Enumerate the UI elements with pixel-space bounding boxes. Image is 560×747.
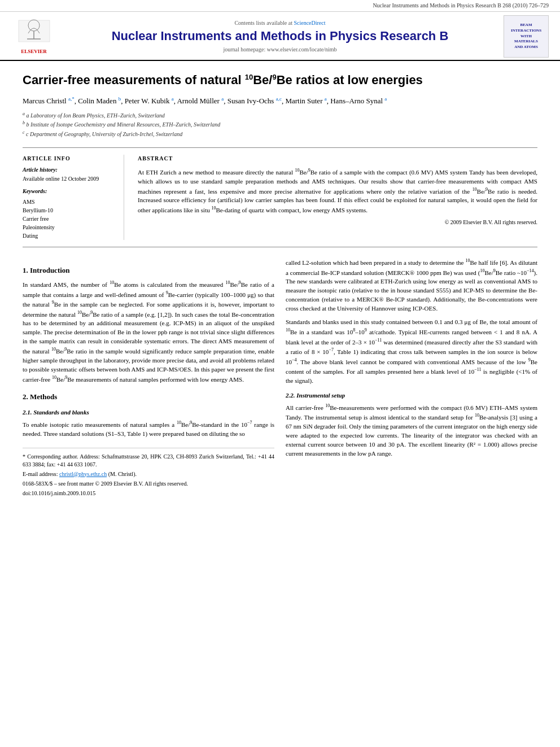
affiliation-b: b b Institute of Isotope Geochemistry an… xyxy=(23,120,537,129)
history-label: Article history: xyxy=(23,166,115,174)
logo-line-4: MATERIALS xyxy=(514,39,538,45)
left-column: 1. Introduction In standard AMS, the num… xyxy=(23,257,274,497)
keyword-paleointensity: Paleointensity xyxy=(23,223,115,231)
contents-line: Contents lists available at ScienceDirec… xyxy=(62,19,498,27)
elsevier-tree-icon xyxy=(16,18,53,47)
available-online: Available online 12 October 2009 xyxy=(23,175,115,183)
article-info-panel: ARTICLE INFO Article history: Available … xyxy=(23,155,124,240)
article-body: Carrier-free measurements of natural 10B… xyxy=(0,61,560,509)
abstract-text: At ETH Zurich a new method to measure di… xyxy=(138,167,537,215)
main-content: 1. Introduction In standard AMS, the num… xyxy=(23,257,537,497)
footnote-star: * Corresponding author. Address: Schafma… xyxy=(23,453,274,469)
logo-line-2: INTERACTIONS xyxy=(511,28,541,34)
keyword-ams: AMS xyxy=(23,198,115,206)
standards-heading: 2.1. Standards and blanks xyxy=(23,408,274,417)
journal-name: Nuclear Instruments and Methods in Physi… xyxy=(62,29,498,43)
logo-line-5: AND ATOMS xyxy=(514,45,538,50)
copyright-line: © 2009 Elsevier B.V. All rights reserved… xyxy=(138,219,537,226)
right-para-2: Standards and blanks used in this study … xyxy=(286,318,537,386)
info-abstract-section: ARTICLE INFO Article history: Available … xyxy=(23,147,537,247)
affiliation-a: a a Laboratory of Ion Beam Physics, ETH–… xyxy=(23,111,537,120)
citation-text: Nuclear Instruments and Methods in Physi… xyxy=(373,2,549,8)
instrumental-paragraph: All carrier-free 10Be-measurements were … xyxy=(286,403,537,458)
standards-paragraph: To enable isotopic ratio measurements of… xyxy=(23,420,274,439)
abstract-section: ABSTRACT At ETH Zurich a new method to m… xyxy=(138,155,537,240)
logo-line-3: WITH xyxy=(520,34,532,40)
email-link[interactable]: christl@phys.ethz.ch xyxy=(59,471,107,477)
beam-interactions-logo: BEAM INTERACTIONS WITH MATERIALS AND ATO… xyxy=(504,15,549,58)
doi-line: doi:10.1016/j.nimb.2009.10.015 xyxy=(23,490,274,498)
issn-line: 0168-583X/$ – see front matter © 2009 El… xyxy=(23,480,274,488)
journal-header: ELSEVIER Contents lists available at Sci… xyxy=(0,12,560,61)
journal-homepage: journal homepage: www.elsevier.com/locat… xyxy=(62,46,498,54)
intro-heading: 1. Introduction xyxy=(23,265,274,276)
email-attribution: (M. Christl). xyxy=(108,471,137,477)
affiliation-c: c c Department of Geography, University … xyxy=(23,129,537,138)
instrumental-heading: 2.2. Instrumental setup xyxy=(286,391,537,400)
abstract-title: ABSTRACT xyxy=(138,155,537,163)
article-title: Carrier-free measurements of natural 10B… xyxy=(23,72,537,89)
contents-text: Contents lists available at xyxy=(234,20,292,26)
keyword-beryllium: Beryllium-10 xyxy=(23,206,115,215)
article-info-title: ARTICLE INFO xyxy=(23,155,115,163)
citation-line: Nuclear Instruments and Methods in Physi… xyxy=(0,0,560,12)
affiliations: a a Laboratory of Ion Beam Physics, ETH–… xyxy=(23,111,537,138)
footnote-email: E-mail address: christl@phys.ethz.ch (M.… xyxy=(23,470,274,478)
elsevier-brand-text: ELSEVIER xyxy=(21,48,47,55)
keywords-label: Keywords: xyxy=(23,187,115,195)
authors-line: Marcus Christl a,*, Colin Maden b, Peter… xyxy=(23,95,537,107)
right-para-1: called L2-solution which had been prepar… xyxy=(286,257,537,313)
keyword-carrier-free: Carrier free xyxy=(23,215,115,223)
page: Nuclear Instruments and Methods in Physi… xyxy=(0,0,560,747)
footnotes: * Corresponding author. Address: Schafma… xyxy=(23,448,274,498)
logo-line-1: BEAM xyxy=(520,23,532,28)
intro-paragraph-1: In standard AMS, the number of 10Be atom… xyxy=(23,279,274,384)
keyword-dating: Dating xyxy=(23,231,115,240)
right-column: called L2-solution which had been prepar… xyxy=(286,257,537,497)
journal-title-block: Contents lists available at ScienceDirec… xyxy=(56,19,504,53)
sciencedirect-link[interactable]: ScienceDirect xyxy=(294,20,325,26)
email-label: E-mail address: xyxy=(23,471,59,477)
methods-heading: 2. Methods xyxy=(23,392,274,403)
elsevier-logo: ELSEVIER xyxy=(11,18,56,55)
